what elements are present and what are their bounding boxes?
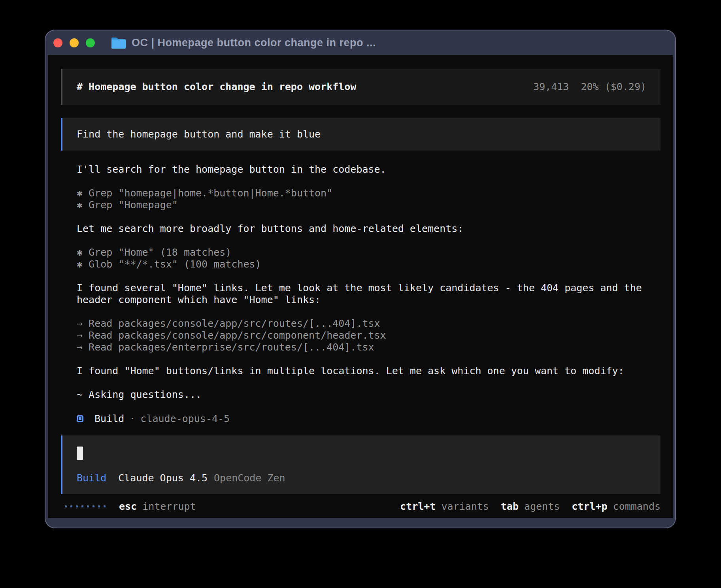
spinner-dots	[65, 505, 106, 507]
provider-label: OpenCode Zen	[214, 472, 285, 484]
shortcut-label: commands	[613, 501, 661, 512]
tool-prefix-icon: ✱	[77, 258, 89, 270]
agent-build-icon	[77, 415, 83, 422]
tool-call-line: ✱ Glob "**/*.tsx" (100 matches)	[77, 258, 661, 270]
tool-prefix-icon: ✱	[77, 247, 89, 258]
tool-call-line: → Read packages/enterprise/src/routes/[.…	[77, 341, 661, 353]
blank-line	[77, 306, 661, 318]
assistant-text-line: ~ Asking questions...	[77, 389, 661, 401]
session-stats: 39,413 20% ($0.29)	[533, 81, 646, 92]
tool-prefix-icon: →	[77, 330, 89, 341]
tool-call-text: Read packages/console/app/src/component/…	[89, 330, 386, 341]
blank-line	[77, 401, 661, 413]
agent-model-name: claude-opus-4-5	[140, 413, 230, 424]
folder-icon	[111, 36, 126, 49]
close-button[interactable]	[53, 38, 62, 47]
blank-line	[77, 377, 661, 389]
spinner-dot	[65, 505, 67, 507]
shortcut-commands: ctrl+pcommands	[572, 501, 661, 512]
tool-call-line: ✱ Grep "Home" (18 matches)	[77, 247, 661, 258]
tool-call-line: ✱ Grep "homepage|home.*button|Home.*butt…	[77, 187, 661, 199]
tool-call-line: → Read packages/console/app/src/componen…	[77, 330, 661, 341]
blank-line	[77, 235, 661, 247]
shortcut-key: ctrl+t	[400, 501, 436, 512]
tool-call-text: Grep "homepage|home.*button|Home.*button…	[89, 187, 332, 199]
spinner-dot	[104, 505, 106, 507]
blank-line	[77, 353, 661, 365]
traffic-lights	[53, 30, 95, 55]
shortcut-label-interrupt: interrupt	[142, 501, 196, 512]
tool-call-text: Glob "**/*.tsx" (100 matches)	[89, 258, 261, 270]
shortcut-label: variants	[441, 501, 489, 512]
session-title: # Homepage button color change in repo w…	[77, 81, 356, 92]
shortcut-key: ctrl+p	[572, 501, 607, 512]
text-cursor	[77, 447, 83, 460]
prompt-input[interactable]: Build Claude Opus 4.5 OpenCode Zen	[61, 435, 661, 494]
tool-call-text: Read packages/enterprise/src/routes/[...…	[89, 341, 374, 353]
blank-line	[77, 175, 661, 187]
minimize-button[interactable]	[70, 38, 79, 47]
user-message-text: Find the homepage button and make it blu…	[77, 128, 321, 140]
spinner-dot	[98, 505, 100, 507]
window-title: OC | Homepage button color change in rep…	[132, 37, 376, 49]
status-bar: esc interrupt ctrl+tvariantstabagentsctr…	[61, 500, 661, 512]
tool-prefix-icon: →	[77, 318, 89, 329]
spinner-dot	[87, 505, 89, 507]
assistant-text-line: I'll search for the homepage button in t…	[77, 164, 661, 175]
titlebar: OC | Homepage button color change in rep…	[45, 30, 675, 55]
assistant-text-line: I found "Home" buttons/links in multiple…	[77, 365, 661, 377]
spinner-dot	[81, 505, 83, 507]
input-status-row: Build Claude Opus 4.5 OpenCode Zen	[77, 472, 646, 484]
tool-call-text: Grep "Homepage"	[89, 199, 178, 211]
tool-call-text: Grep "Home" (18 matches)	[89, 247, 231, 258]
tool-prefix-icon: ✱	[77, 199, 89, 211]
blank-line	[77, 270, 661, 282]
user-message: Find the homepage button and make it blu…	[61, 118, 661, 151]
agent-separator: ·	[129, 413, 135, 424]
shortcut-key-esc: esc	[119, 501, 137, 512]
tool-call-line: → Read packages/console/app/src/routes/[…	[77, 318, 661, 330]
shortcut-hints: ctrl+tvariantstabagentsctrl+pcommands	[388, 501, 661, 512]
terminal-screen: # Homepage button color change in repo w…	[48, 55, 673, 518]
assistant-paragraph: I found several "Home" links. Let me loo…	[77, 282, 661, 306]
spinner-dot	[92, 505, 94, 507]
shortcut-label: agents	[524, 501, 560, 512]
token-count: 39,413	[533, 81, 569, 92]
tool-prefix-icon: →	[77, 341, 89, 353]
context-usage: 20% ($0.29)	[581, 81, 646, 92]
assistant-text-line: Let me search more broadly for buttons a…	[77, 223, 661, 235]
model-label: Claude Opus 4.5	[118, 472, 208, 484]
conversation-flow: I'll search for the homepage button in t…	[77, 164, 661, 424]
agent-task-label: Build	[94, 413, 124, 424]
spinner-dot	[70, 505, 72, 507]
shortcut-variants: ctrl+tvariants	[400, 501, 489, 512]
zoom-button[interactable]	[86, 38, 95, 47]
tool-call-text: Read packages/console/app/src/routes/[..…	[89, 318, 380, 329]
shortcut-key: tab	[501, 501, 519, 512]
agent-mode-label: Build	[77, 472, 106, 484]
shortcut-agents: tabagents	[501, 501, 560, 512]
blank-line	[77, 211, 661, 223]
terminal-window: OC | Homepage button color change in rep…	[45, 30, 676, 528]
tool-call-line: ✱ Grep "Homepage"	[77, 199, 661, 211]
agent-task-row: Build·claude-opus-4-5	[77, 413, 661, 424]
session-header: # Homepage button color change in repo w…	[61, 69, 661, 105]
tool-prefix-icon: ✱	[77, 187, 89, 199]
spinner-dot	[76, 505, 78, 507]
